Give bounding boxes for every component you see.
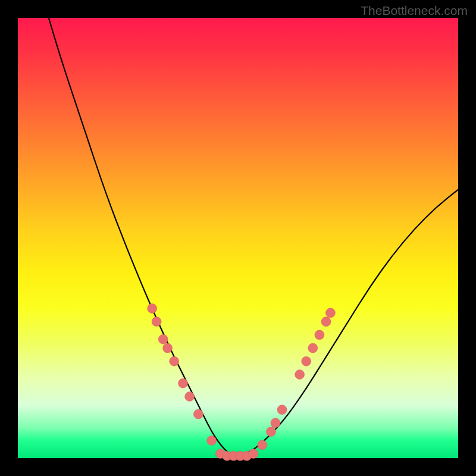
curve-marker (158, 334, 168, 344)
curve-marker (170, 356, 179, 366)
curve-marker (321, 317, 331, 327)
curve-marker (308, 343, 318, 353)
curve-marker (152, 317, 161, 327)
curve-marker (295, 369, 305, 379)
curve-marker (325, 308, 335, 318)
curve-markers (148, 303, 336, 461)
curve-marker (277, 405, 287, 415)
curve-marker (258, 440, 267, 450)
curve-marker (148, 303, 157, 313)
watermark-text: TheBottleneck.com (361, 4, 468, 18)
curve-marker (207, 436, 217, 445)
curve-path (49, 18, 458, 454)
curve-marker (249, 449, 258, 459)
curve-marker (178, 378, 188, 388)
curve-marker (271, 418, 280, 428)
curve-marker (315, 330, 324, 340)
curve-marker (302, 356, 311, 366)
curve-marker (193, 409, 203, 419)
curve-marker (267, 427, 276, 437)
chart-plot-area (18, 18, 458, 458)
curve-marker (163, 343, 173, 353)
curve-marker (185, 392, 195, 401)
bottleneck-curve-svg (18, 18, 458, 458)
